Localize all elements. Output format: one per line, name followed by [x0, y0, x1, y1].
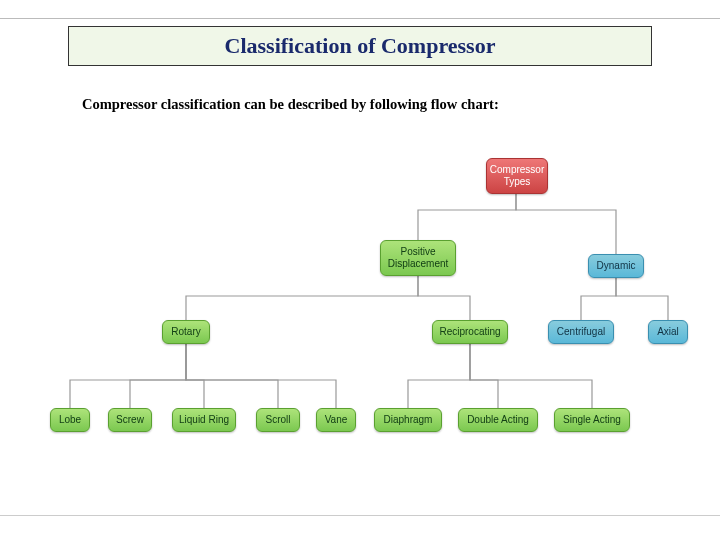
node-double-acting: Double Acting	[458, 408, 538, 432]
node-axial: Axial	[648, 320, 688, 344]
connectors	[0, 150, 720, 490]
node-positive-displacement: PositiveDisplacement	[380, 240, 456, 276]
node-lobe-label: Lobe	[59, 414, 81, 426]
node-screw-label: Screw	[116, 414, 144, 426]
node-root-label: CompressorTypes	[490, 164, 544, 188]
node-liquid-ring: Liquid Ring	[172, 408, 236, 432]
node-axial-label: Axial	[657, 326, 679, 338]
divider-bottom	[0, 515, 720, 516]
node-centrifugal: Centrifugal	[548, 320, 614, 344]
node-single-acting: Single Acting	[554, 408, 630, 432]
page-title: Classification of Compressor	[225, 33, 496, 59]
node-diaphragm: Diaphragm	[374, 408, 442, 432]
node-dynamic: Dynamic	[588, 254, 644, 278]
title-box: Classification of Compressor	[68, 26, 652, 66]
subtitle: Compressor classification can be describ…	[82, 96, 499, 113]
node-screw: Screw	[108, 408, 152, 432]
node-diaphragm-label: Diaphragm	[384, 414, 433, 426]
node-scroll: Scroll	[256, 408, 300, 432]
node-vane: Vane	[316, 408, 356, 432]
node-single-label: Single Acting	[563, 414, 621, 426]
flow-chart: CompressorTypes PositiveDisplacement Dyn…	[0, 150, 720, 490]
node-dynamic-label: Dynamic	[597, 260, 636, 272]
node-scroll-label: Scroll	[265, 414, 290, 426]
node-lobe: Lobe	[50, 408, 90, 432]
node-root: CompressorTypes	[486, 158, 548, 194]
node-rotary: Rotary	[162, 320, 210, 344]
node-positive-label: PositiveDisplacement	[388, 246, 449, 270]
node-vane-label: Vane	[325, 414, 348, 426]
node-rotary-label: Rotary	[171, 326, 200, 338]
node-centrif-label: Centrifugal	[557, 326, 605, 338]
node-recip-label: Reciprocating	[439, 326, 500, 338]
divider-top	[0, 18, 720, 19]
node-reciprocating: Reciprocating	[432, 320, 508, 344]
node-double-label: Double Acting	[467, 414, 529, 426]
node-liquid-label: Liquid Ring	[179, 414, 229, 426]
